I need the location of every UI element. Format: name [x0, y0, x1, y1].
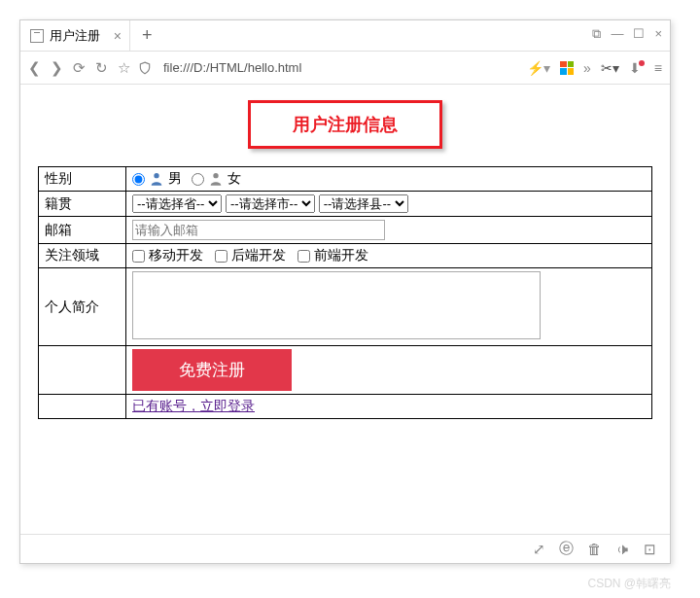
check-backend-label: 后端开发 [231, 247, 286, 264]
female-label: 女 [228, 170, 241, 188]
browser-tab[interactable]: 用户注册 × [20, 20, 130, 51]
page-icon [30, 29, 44, 43]
favorite-icon[interactable]: ☆ [118, 59, 130, 77]
label-origin: 籍贯 [39, 192, 126, 217]
tab-title: 用户注册 [50, 27, 100, 45]
window-dock-icon[interactable]: ⧉ [592, 26, 601, 42]
back-icon[interactable]: ❮ [28, 59, 41, 77]
male-label: 男 [168, 170, 182, 188]
label-gender: 性别 [39, 167, 126, 192]
scissors-icon[interactable]: ✂▾ [601, 60, 619, 76]
reload-icon[interactable]: ⟳ [73, 59, 86, 77]
check-frontend[interactable] [298, 250, 310, 263]
login-link[interactable]: 已有账号，立即登录 [132, 398, 255, 413]
female-icon [208, 171, 224, 187]
status-sound-icon[interactable]: 🕩 [615, 541, 630, 557]
page-heading: 用户注册信息 [293, 115, 398, 134]
radio-male[interactable] [132, 173, 145, 186]
status-bar: ⤢ ⓔ 🗑 🕩 ⊡ [20, 534, 670, 563]
shield-icon[interactable] [138, 60, 152, 76]
row-gender: 性别 男 女 [39, 167, 652, 192]
label-email: 邮箱 [39, 217, 126, 244]
check-backend[interactable] [215, 250, 228, 263]
row-origin: 籍贯 --请选择省-- --请选择市-- --请选择县-- [39, 192, 652, 217]
nav-controls: ❮ ❯ ⟳ ↻ ☆ [28, 59, 130, 77]
watermark: CSDN @韩曙亮 [587, 576, 671, 592]
row-focus: 关注领域 移动开发 后端开发 前端开发 [39, 244, 652, 268]
label-focus: 关注领域 [39, 244, 126, 268]
window-close-icon[interactable]: × [654, 26, 662, 42]
bio-textarea[interactable] [132, 271, 541, 339]
tab-bar: 用户注册 × + ⧉ — ☐ × [20, 20, 670, 52]
window-minimize-icon[interactable]: — [611, 26, 623, 42]
email-field[interactable] [132, 220, 385, 240]
male-icon [149, 171, 164, 187]
check-frontend-label: 前端开发 [314, 247, 368, 264]
row-login: 已有账号，立即登录 [39, 395, 652, 419]
label-bio: 个人简介 [39, 268, 126, 346]
status-trash-icon[interactable]: 🗑 [587, 541, 602, 557]
check-mobile-label: 移动开发 [149, 247, 203, 264]
close-tab-icon[interactable]: × [114, 28, 122, 44]
apps-icon[interactable] [560, 61, 574, 75]
select-province[interactable]: --请选择省-- [132, 194, 222, 213]
svg-point-0 [154, 173, 158, 178]
toolbar-right: ⚡▾ » ✂▾ ⬇ ≡ [527, 60, 662, 76]
download-icon[interactable]: ⬇ [629, 60, 645, 76]
row-email: 邮箱 [39, 217, 652, 244]
address-bar[interactable]: file:///D:/HTML/hello.html [159, 60, 519, 75]
status-zoom-icon[interactable]: ⊡ [644, 541, 656, 558]
page-heading-box: 用户注册信息 [248, 100, 442, 149]
home-icon[interactable]: ↻ [95, 59, 108, 77]
submit-button[interactable]: 免费注册 [132, 349, 292, 391]
flash-icon[interactable]: ⚡▾ [527, 60, 550, 76]
radio-female[interactable] [192, 173, 204, 186]
window-maximize-icon[interactable]: ☐ [633, 26, 645, 42]
status-extension-icon[interactable]: ⓔ [559, 540, 574, 558]
row-submit: 免费注册 [39, 346, 652, 395]
select-county[interactable]: --请选择县-- [319, 194, 408, 213]
window-controls: ⧉ — ☐ × [592, 26, 662, 42]
check-mobile[interactable] [132, 250, 145, 263]
page-content: 用户注册信息 性别 男 女 籍贯 [20, 85, 670, 429]
browser-window: 用户注册 × + ⧉ — ☐ × ❮ ❯ ⟳ ↻ ☆ file:///D:/HT… [19, 19, 671, 564]
toolbar: ❮ ❯ ⟳ ↻ ☆ file:///D:/HTML/hello.html ⚡▾ … [20, 52, 670, 85]
select-city[interactable]: --请选择市-- [226, 194, 315, 213]
forward-icon[interactable]: ❯ [51, 59, 63, 77]
registration-form: 性别 男 女 籍贯 --请选择省-- --请选择市-- [38, 166, 652, 419]
more-icon[interactable]: » [583, 60, 591, 76]
status-cursor-icon[interactable]: ⤢ [533, 541, 545, 558]
new-tab-button[interactable]: + [130, 25, 164, 46]
menu-icon[interactable]: ≡ [654, 60, 662, 76]
row-bio: 个人简介 [39, 268, 652, 346]
svg-point-1 [213, 173, 218, 178]
